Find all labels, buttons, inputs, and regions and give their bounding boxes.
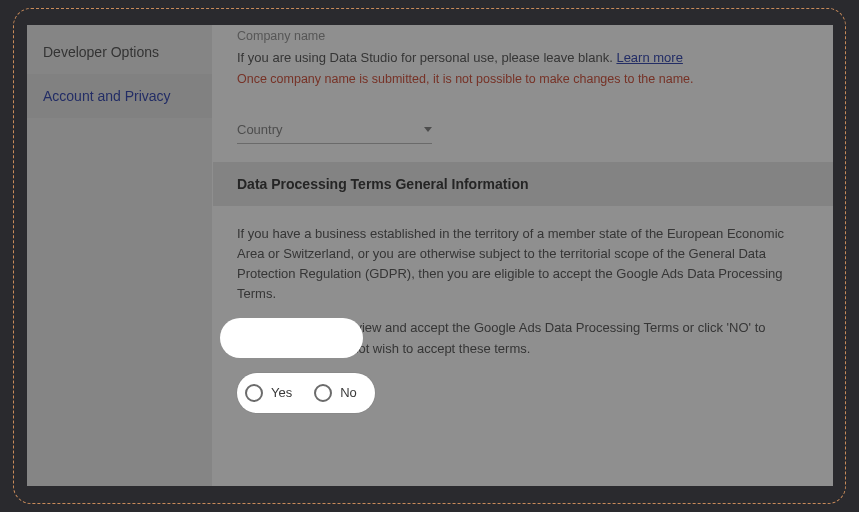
country-select-label: Country bbox=[237, 122, 283, 137]
terms-radio-yes[interactable]: Yes bbox=[245, 383, 292, 403]
settings-content: Company name If you are using Data Studi… bbox=[213, 25, 833, 486]
company-section: Company name If you are using Data Studi… bbox=[213, 25, 833, 162]
terms-radio-group: Yes No bbox=[237, 373, 375, 413]
company-name-label: Company name bbox=[237, 29, 809, 43]
radio-icon bbox=[314, 384, 332, 402]
terms-radio-no[interactable]: No bbox=[314, 383, 357, 403]
chevron-down-icon bbox=[424, 127, 432, 132]
data-processing-body: If you have a business established in th… bbox=[213, 206, 833, 423]
country-select[interactable]: Country bbox=[237, 118, 432, 144]
data-processing-header: Data Processing Terms General Informatio… bbox=[213, 162, 833, 206]
company-warning-text: Once company name is submitted, it is no… bbox=[237, 72, 809, 86]
radio-icon bbox=[245, 384, 263, 402]
highlight-pill bbox=[220, 318, 363, 358]
sidebar-item-account-privacy[interactable]: Account and Privacy bbox=[27, 74, 212, 118]
sidebar-item-label: Developer Options bbox=[43, 44, 159, 60]
radio-label-no: No bbox=[340, 383, 357, 403]
settings-panel: Developer Options Account and Privacy Co… bbox=[27, 25, 833, 486]
settings-sidebar: Developer Options Account and Privacy bbox=[27, 25, 212, 486]
company-helper-text: If you are using Data Studio for persona… bbox=[237, 49, 809, 68]
sidebar-item-label: Account and Privacy bbox=[43, 88, 171, 104]
terms-paragraph-1: If you have a business established in th… bbox=[237, 224, 809, 305]
learn-more-link[interactable]: Learn more bbox=[616, 50, 682, 65]
sidebar-item-developer-options[interactable]: Developer Options bbox=[27, 30, 212, 74]
radio-label-yes: Yes bbox=[271, 383, 292, 403]
